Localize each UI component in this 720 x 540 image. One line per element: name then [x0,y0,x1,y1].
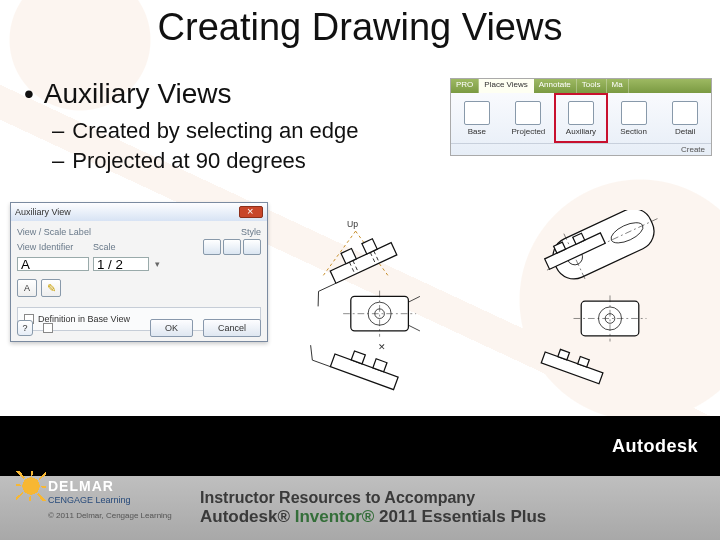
dialog-title: Auxiliary View [15,207,71,217]
ribbon-btn-base[interactable]: Base [451,93,503,143]
footer-gray-bar: DELMAR CENGAGE Learning © 2011 Delmar, C… [0,476,720,540]
copyright-text: © 2011 Delmar, Cengage Learning [48,511,172,520]
ribbon-btn-projected[interactable]: Projected [503,93,555,143]
slide-title: Creating Drawing Views [0,6,720,49]
footer-autodesk-word: Autodesk® [200,507,295,526]
cengage-text: CENGAGE Learning [48,495,172,505]
svg-rect-34 [541,352,603,384]
bullet-auxiliary-views: Auxiliary Views [24,78,232,110]
drawing-illustrations: Up [278,210,702,402]
svg-line-22 [312,360,330,367]
ribbon-btn-detail[interactable]: Detail [659,93,711,143]
autodesk-logo-text: Autodesk [612,436,698,457]
edit-view-label-icon[interactable] [41,279,61,297]
delmar-name: DELMAR [48,478,114,494]
dropdown-icon[interactable]: ▾ [153,259,161,269]
view-identifier-input[interactable] [17,257,89,271]
ribbon-panel-name: Create [451,143,711,155]
ribbon-btn-section[interactable]: Section [608,93,660,143]
tab-place-views[interactable]: Place Views [479,79,533,93]
footer-line1: Instructor Resources to Accompany [200,489,546,507]
footer-inventor-word: Inventor® [295,507,375,526]
svg-line-17 [408,325,420,331]
auxiliary-view-dialog: Auxiliary View View / Scale Label Style … [10,202,268,342]
tab-ma[interactable]: Ma [607,79,629,93]
label-view-identifier: View Identifier [17,242,89,252]
ribbon-label-base: Base [468,127,486,136]
ribbon-label-detail: Detail [675,127,695,136]
scale-input[interactable] [93,257,149,271]
footer-title-block: Instructor Resources to Accompany Autode… [200,489,546,527]
style-hidden-line-icon[interactable] [203,239,221,255]
group-view-scale-label: View / Scale Label [17,227,91,237]
tab-pro[interactable]: PRO [451,79,479,93]
label-style: Style [241,227,261,237]
ribbon-tabs: PRO Place Views Annotate Tools Ma [451,79,711,93]
ribbon-btn-auxiliary[interactable]: Auxiliary [554,93,608,143]
subbullet-edge: Created by selecting an edge [52,118,358,144]
footer-line2: Autodesk® Inventor® 2011 Essentials Plus [200,507,546,527]
svg-line-23 [306,345,317,360]
close-icon[interactable] [239,206,263,218]
subbullet-90deg: Projected at 90 degrees [52,148,306,174]
label-up: Up [347,219,358,229]
svg-rect-2 [330,243,397,284]
footer-black-bar: Autodesk [0,416,720,476]
help-icon[interactable]: ? [17,320,33,336]
delmar-block: DELMAR CENGAGE Learning © 2011 Delmar, C… [20,475,172,520]
footer-checkbox[interactable] [43,323,53,333]
style-hidden-removed-icon[interactable] [223,239,241,255]
svg-text:✕: ✕ [378,342,386,352]
tab-annotate[interactable]: Annotate [534,79,577,93]
svg-line-16 [408,296,420,302]
footer-year: 2011 [374,507,421,526]
ribbon-label-projected: Projected [511,127,545,136]
label-scale: Scale [93,242,133,252]
ribbon-place-views: PRO Place Views Annotate Tools Ma Base P… [450,78,712,156]
svg-line-9 [319,283,336,291]
footer-essentials: Essentials Plus [422,507,547,526]
ribbon-label-section: Section [620,127,647,136]
toggle-label-visibility-icon[interactable]: A [17,279,37,297]
tab-tools[interactable]: Tools [577,79,607,93]
cancel-button[interactable]: Cancel [203,319,261,337]
delmar-sun-icon [20,475,42,497]
ok-button[interactable]: OK [150,319,193,337]
style-shaded-icon[interactable] [243,239,261,255]
svg-line-10 [312,291,324,306]
ribbon-label-auxiliary: Auxiliary [566,127,596,136]
